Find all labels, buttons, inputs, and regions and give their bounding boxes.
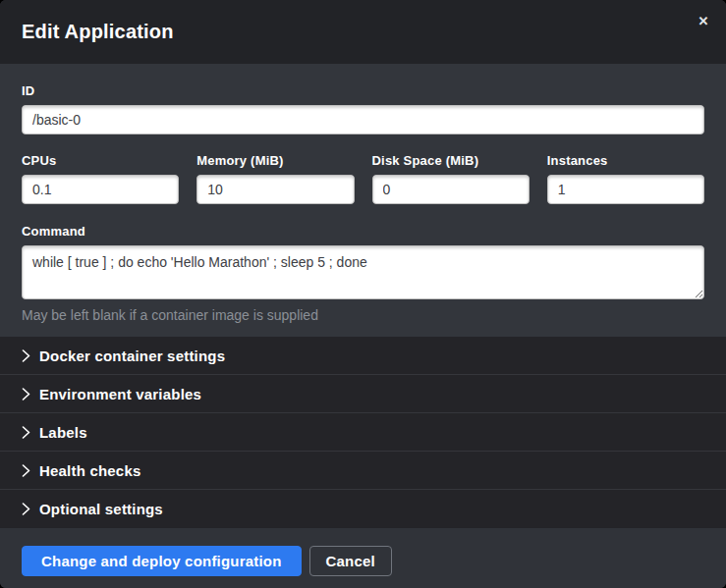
id-field-group: ID [22, 83, 704, 134]
memory-input[interactable] [196, 175, 354, 204]
modal-footer: Change and deploy configuration Cancel [0, 528, 726, 588]
chevron-right-icon [22, 464, 30, 477]
disk-field-group: Disk Space (MiB) [372, 153, 530, 204]
section-label: Environment variables [39, 386, 201, 402]
application-form: ID CPUs Memory (MiB) Disk Space (MiB) In… [0, 64, 726, 337]
section-label: Labels [39, 424, 87, 441]
cpus-label: CPUs [22, 153, 179, 168]
section-docker-container-settings[interactable]: Docker container settings [0, 337, 726, 375]
page-title: Edit Application [22, 21, 174, 43]
section-label: Optional settings [39, 501, 163, 517]
change-and-deploy-button[interactable]: Change and deploy configuration [22, 546, 302, 576]
command-help-text: May be left blank if a container image i… [22, 307, 704, 323]
chevron-right-icon [22, 388, 30, 401]
chevron-right-icon [22, 503, 30, 515]
memory-label: Memory (MiB) [196, 153, 354, 168]
command-field-group: Command while [ true ] ; do echo 'Hello … [22, 224, 704, 323]
disk-input[interactable] [372, 175, 530, 204]
cpus-field-group: CPUs [22, 153, 179, 204]
section-labels[interactable]: Labels [0, 413, 726, 452]
section-health-checks[interactable]: Health checks [0, 452, 726, 490]
chevron-right-icon [22, 349, 30, 362]
collapsible-sections: Docker container settings Environment va… [0, 337, 726, 528]
edit-application-modal: Edit Application ✕ ID CPUs Memory (MiB) … [0, 0, 726, 588]
close-icon[interactable]: ✕ [695, 13, 712, 30]
instances-field-group: Instances [547, 153, 704, 204]
modal-header: Edit Application ✕ [0, 0, 726, 64]
section-environment-variables[interactable]: Environment variables [0, 375, 726, 413]
cancel-button[interactable]: Cancel [309, 546, 392, 576]
cpus-input[interactable] [22, 175, 179, 204]
memory-field-group: Memory (MiB) [196, 153, 354, 204]
resources-row: CPUs Memory (MiB) Disk Space (MiB) Insta… [22, 153, 704, 204]
section-label: Docker container settings [39, 347, 225, 364]
chevron-right-icon [22, 426, 30, 439]
id-input[interactable] [22, 105, 704, 134]
disk-label: Disk Space (MiB) [372, 153, 530, 168]
id-label: ID [22, 83, 704, 98]
section-optional-settings[interactable]: Optional settings [0, 490, 726, 528]
instances-input[interactable] [547, 175, 704, 204]
instances-label: Instances [547, 153, 704, 168]
section-label: Health checks [39, 462, 140, 479]
command-textarea[interactable]: while [ true ] ; do echo 'Hello Marathon… [22, 245, 704, 299]
command-label: Command [22, 224, 704, 239]
